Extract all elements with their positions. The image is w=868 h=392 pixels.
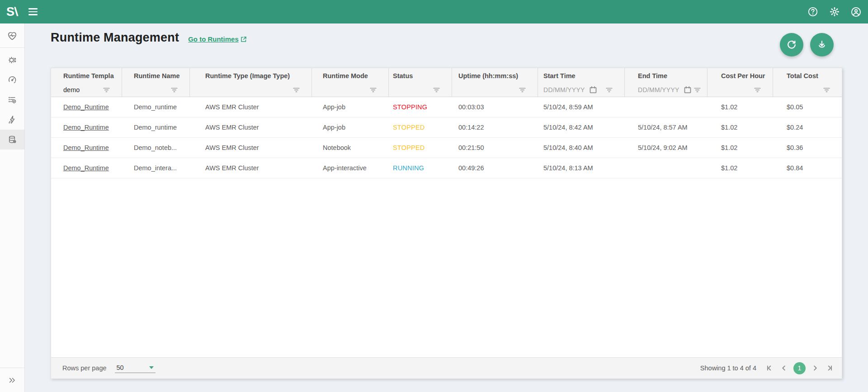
filter-icon[interactable] xyxy=(754,88,761,93)
sidebar-item-health[interactable] xyxy=(6,30,18,42)
rows-per-page-select[interactable]: 50 xyxy=(115,363,156,373)
download-icon xyxy=(816,39,828,51)
runtime-template-link[interactable]: Demo_Runtime xyxy=(51,117,122,137)
go-to-runtimes-link[interactable]: Go to Runtimes xyxy=(188,35,247,43)
table-row: Demo_Runtime Demo_noteb... AWS EMR Clust… xyxy=(51,138,842,158)
uptime-cell: 00:03:03 xyxy=(452,97,538,117)
cost-per-hour-cell: $1.02 xyxy=(708,97,773,117)
lightning-icon xyxy=(7,114,18,125)
help-icon[interactable] xyxy=(807,6,818,18)
heart-pulse-icon xyxy=(6,30,18,42)
end-time-cell: 5/10/24, 9:02 AM xyxy=(625,138,708,158)
calendar-icon[interactable] xyxy=(684,86,691,93)
column-header-status: Status xyxy=(389,68,452,83)
runtime-mode-cell: App-interactive xyxy=(312,158,389,178)
next-page-button[interactable] xyxy=(810,363,820,373)
runtime-template-link[interactable]: Demo_Runtime xyxy=(51,97,122,117)
column-header-runtime-mode: Runtime Mode xyxy=(312,68,389,83)
cost-per-hour-cell: $1.02 xyxy=(708,158,773,178)
total-cost-cell: $0.05 xyxy=(773,97,842,117)
column-header-total-cost: Total Cost xyxy=(773,68,842,83)
filter-icon[interactable] xyxy=(823,88,830,93)
runtime-name-cell: Demo_runtime xyxy=(122,117,190,137)
total-cost-cell: $0.84 xyxy=(773,158,842,178)
table-row: Demo_Runtime Demo_intera... AWS EMR Clus… xyxy=(51,158,842,178)
start-time-cell: 5/10/24, 8:59 AM xyxy=(538,97,625,117)
download-button[interactable] xyxy=(810,33,834,56)
dropdown-caret-icon xyxy=(149,366,154,369)
refresh-icon xyxy=(786,39,797,51)
runtime-name-cell: Demo_noteb... xyxy=(122,138,190,158)
app-logo: S\ xyxy=(6,5,18,19)
checklist-icon xyxy=(7,94,18,105)
end-time-cell xyxy=(625,97,708,117)
sidebar-item-performance[interactable] xyxy=(0,70,24,90)
runtime-template-filter-input[interactable] xyxy=(63,86,95,93)
table-filter-row: DD/MM/YYYY DD/MM/YYYY xyxy=(51,83,842,97)
rows-per-page-label: Rows per page xyxy=(62,364,107,372)
settings-gear-icon[interactable] xyxy=(829,6,840,18)
sidebar-item-jobs[interactable] xyxy=(0,110,24,130)
runtime-name-cell: Demo_runtime xyxy=(122,97,190,117)
start-time-cell: 5/10/24, 8:40 AM xyxy=(538,138,625,158)
status-badge: STOPPED xyxy=(389,117,452,137)
column-header-runtime-template: Runtime Templa xyxy=(51,68,122,83)
sidebar-expand-button[interactable] xyxy=(0,368,24,392)
status-badge: RUNNING xyxy=(389,158,452,178)
sidebar-item-tasks[interactable] xyxy=(0,90,24,110)
sidebar-item-runtime-management[interactable] xyxy=(0,130,24,149)
filter-icon[interactable] xyxy=(171,88,178,93)
start-time-cell: 5/10/24, 8:42 AM xyxy=(538,117,625,137)
left-sidebar xyxy=(0,23,25,392)
double-chevron-right-icon xyxy=(7,375,17,385)
filter-icon[interactable] xyxy=(103,88,110,93)
cost-per-hour-cell: $1.02 xyxy=(708,117,773,137)
table-row: Demo_Runtime Demo_runtime AWS EMR Cluste… xyxy=(51,97,842,117)
runtime-mode-cell: App-job xyxy=(312,97,389,117)
runtime-type-cell: AWS EMR Cluster xyxy=(190,97,312,117)
pagination-summary: Showing 1 to 4 of 4 xyxy=(700,364,756,372)
column-header-runtime-type: Runtime Type (Image Type) xyxy=(190,68,312,83)
start-time-date-filter[interactable]: DD/MM/YYYY xyxy=(543,86,585,93)
refresh-button[interactable] xyxy=(780,33,803,56)
filter-icon[interactable] xyxy=(433,88,440,93)
calendar-icon[interactable] xyxy=(590,86,597,93)
runtime-template-link[interactable]: Demo_Runtime xyxy=(51,138,122,158)
runtime-type-cell: AWS EMR Cluster xyxy=(190,158,312,178)
account-icon[interactable] xyxy=(850,6,862,18)
previous-page-button[interactable] xyxy=(779,363,789,373)
filter-icon[interactable] xyxy=(694,88,701,93)
column-header-cost-per-hour: Cost Per Hour xyxy=(708,68,773,83)
logo-mark: \ xyxy=(14,5,18,19)
runtime-name-cell: Demo_intera... xyxy=(122,158,190,178)
first-page-button[interactable] xyxy=(764,363,774,373)
gauge-icon xyxy=(7,75,18,85)
runtime-template-link[interactable]: Demo_Runtime xyxy=(51,158,122,178)
runtime-mode-cell: App-job xyxy=(312,117,389,137)
table-row: Demo_Runtime Demo_runtime AWS EMR Cluste… xyxy=(51,117,842,138)
external-link-icon xyxy=(241,36,247,42)
table-empty-area xyxy=(51,178,842,357)
uptime-cell: 00:21:50 xyxy=(452,138,538,158)
menu-hamburger-icon[interactable] xyxy=(28,7,39,16)
start-time-cell: 5/10/24, 8:13 AM xyxy=(538,158,625,178)
filter-icon[interactable] xyxy=(606,88,613,93)
column-header-runtime-name: Runtime Name xyxy=(122,68,190,83)
runtime-mode-cell: Notebook xyxy=(312,138,389,158)
filter-icon[interactable] xyxy=(519,88,526,93)
sidebar-item-integrations[interactable] xyxy=(0,50,24,70)
filter-icon[interactable] xyxy=(370,88,377,93)
table-footer: Rows per page 50 Showing 1 to 4 of 4 1 xyxy=(51,357,842,378)
filter-icon[interactable] xyxy=(293,88,300,93)
uptime-cell: 00:14:22 xyxy=(452,117,538,137)
last-page-button[interactable] xyxy=(825,363,835,373)
end-time-date-filter[interactable]: DD/MM/YYYY xyxy=(638,86,679,93)
status-badge: STOPPING xyxy=(389,97,452,117)
table-header-row: Runtime Templa Runtime Name Runtime Type… xyxy=(51,68,842,83)
column-header-end-time: End Time xyxy=(625,68,708,83)
current-page-button[interactable]: 1 xyxy=(793,362,806,374)
runtime-type-cell: AWS EMR Cluster xyxy=(190,138,312,158)
end-time-cell: 5/10/24, 8:57 AM xyxy=(625,117,708,137)
cost-per-hour-cell: $1.02 xyxy=(708,138,773,158)
column-header-start-time: Start Time xyxy=(538,68,625,83)
